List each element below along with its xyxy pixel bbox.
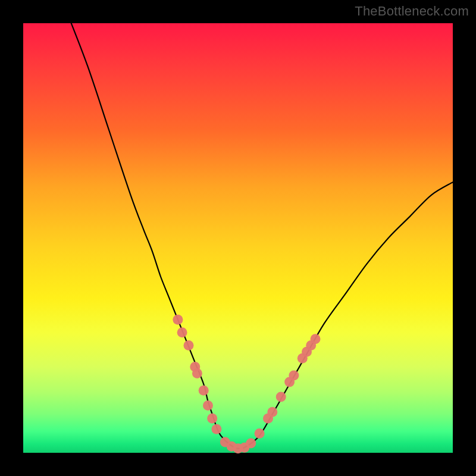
- data-marker: [267, 407, 277, 417]
- data-marker: [184, 340, 194, 350]
- data-marker: [246, 439, 256, 449]
- watermark-text: TheBottleneck.com: [355, 4, 469, 19]
- data-marker: [203, 400, 213, 411]
- bottleneck-curve: [66, 10, 453, 449]
- data-marker: [199, 386, 209, 396]
- chart-frame: TheBottleneck.com: [0, 0, 476, 476]
- data-marker: [289, 371, 299, 381]
- marker-group: [173, 315, 320, 454]
- data-marker: [311, 334, 321, 344]
- data-marker: [192, 368, 202, 378]
- data-marker: [211, 424, 221, 434]
- plot-svg: [23, 23, 453, 453]
- data-marker: [255, 428, 265, 439]
- data-marker: [177, 327, 187, 337]
- data-marker: [207, 414, 217, 424]
- data-marker: [173, 315, 183, 325]
- data-marker: [276, 392, 286, 402]
- plot-area: [23, 23, 453, 453]
